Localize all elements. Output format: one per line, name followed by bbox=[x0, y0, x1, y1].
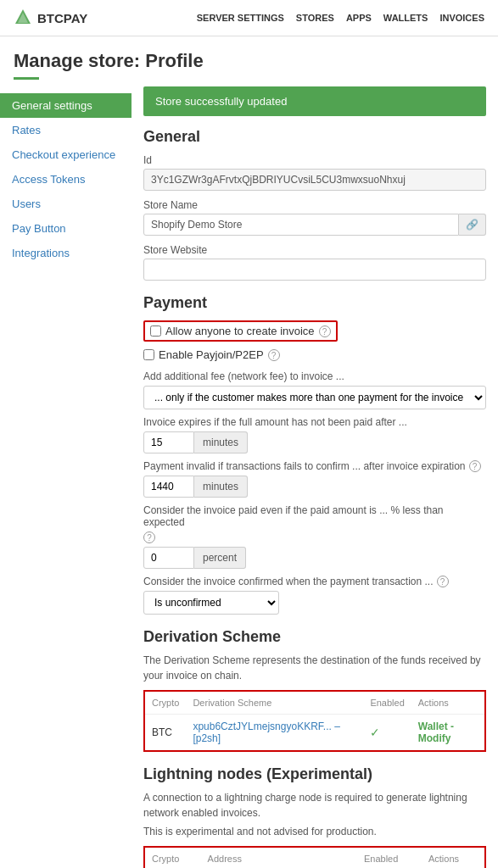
store-name-input[interactable] bbox=[143, 214, 459, 236]
derivation-action[interactable]: Wallet - Modify bbox=[411, 715, 485, 752]
consider-paid-label: Consider the invoice paid even if the pa… bbox=[143, 504, 486, 543]
store-website-label: Store Website bbox=[143, 244, 486, 256]
allow-anyone-label: Allow anyone to create invoice bbox=[165, 325, 315, 337]
lightning-col-enabled: Enabled bbox=[357, 847, 422, 868]
invoice-expires-input[interactable] bbox=[143, 431, 194, 453]
layout: General settings Rates Checkout experien… bbox=[0, 86, 498, 868]
lightning-col-actions: Actions bbox=[422, 847, 485, 868]
consider-confirmed-group: Consider the invoice confirmed when the … bbox=[143, 576, 486, 615]
payment-invalid-group: Payment invalid if transactions fails to… bbox=[143, 460, 486, 498]
derivation-description: The Derivation Scheme represents the des… bbox=[143, 653, 486, 683]
allow-anyone-row: Allow anyone to create invoice ? bbox=[143, 320, 338, 342]
derivation-section: Derivation Scheme The Derivation Scheme … bbox=[143, 628, 486, 752]
allow-anyone-help-icon[interactable]: ? bbox=[319, 326, 331, 337]
lightning-table: Crypto Address Enabled Actions BTC http:… bbox=[143, 846, 486, 868]
payment-invalid-unit: minutes bbox=[194, 476, 248, 498]
main-nav: SERVER SETTINGS STORES APPS WALLETS INVO… bbox=[197, 13, 484, 23]
payjoin-row: Enable Payjoin/P2EP ? bbox=[143, 348, 486, 361]
sidebar-item-tokens[interactable]: Access Tokens bbox=[0, 167, 131, 192]
store-website-input[interactable] bbox=[143, 259, 486, 281]
store-name-icon: 🔗 bbox=[459, 214, 486, 236]
sidebar-item-checkout[interactable]: Checkout experience bbox=[0, 142, 131, 167]
invoice-expires-unit: minutes bbox=[194, 431, 248, 453]
consider-paid-input[interactable] bbox=[143, 547, 194, 569]
derivation-col-actions: Actions bbox=[411, 691, 485, 715]
nav-server-settings[interactable]: SERVER SETTINGS bbox=[197, 13, 284, 23]
invoice-expires-group: Invoice expires if the full amount has n… bbox=[143, 416, 486, 453]
general-section: General Id Store Name 🔗 Store Website bbox=[143, 128, 486, 281]
derivation-col-scheme: Derivation Scheme bbox=[186, 691, 363, 715]
add-fee-group: Add additional fee (network fee) to invo… bbox=[143, 370, 486, 409]
lightning-section: Lightning nodes (Experimental) A connect… bbox=[143, 765, 486, 868]
sidebar: General settings Rates Checkout experien… bbox=[0, 86, 131, 272]
store-name-group: Store Name 🔗 bbox=[143, 199, 486, 236]
logo-text: BTCPAY bbox=[37, 11, 87, 25]
page-title-area: Manage store: Profile bbox=[0, 36, 498, 86]
consider-paid-unit: percent bbox=[194, 547, 246, 569]
nav-stores[interactable]: STORES bbox=[296, 13, 334, 23]
add-fee-label: Add additional fee (network fee) to invo… bbox=[143, 370, 344, 382]
payjoin-help-icon[interactable]: ? bbox=[268, 349, 280, 361]
payment-invalid-input[interactable] bbox=[143, 476, 194, 498]
id-label: Id bbox=[143, 154, 486, 166]
logo: BTCPAY bbox=[14, 8, 87, 27]
nav-wallets[interactable]: WALLETS bbox=[383, 13, 428, 23]
store-website-group: Store Website bbox=[143, 244, 486, 281]
derivation-section-title: Derivation Scheme bbox=[143, 628, 486, 646]
derivation-col-enabled: Enabled bbox=[363, 691, 411, 715]
consider-confirmed-help-icon[interactable]: ? bbox=[437, 576, 449, 587]
lightning-description2: This is experimental and not advised for… bbox=[143, 824, 486, 839]
nav-invoices[interactable]: INVOICES bbox=[439, 13, 484, 23]
lightning-col-address: Address bbox=[201, 847, 357, 868]
derivation-scheme-link[interactable]: xpub6CztJYLmejsngyoKKRF... –[p2sh] bbox=[186, 715, 363, 752]
lightning-col-crypto: Crypto bbox=[144, 847, 201, 868]
payment-section: Payment Allow anyone to create invoice ?… bbox=[143, 294, 486, 615]
consider-confirmed-select[interactable]: Is unconfirmed bbox=[143, 591, 279, 615]
derivation-col-crypto: Crypto bbox=[144, 691, 186, 715]
derivation-crypto: BTC bbox=[144, 715, 186, 752]
allow-anyone-checkbox[interactable] bbox=[150, 326, 161, 337]
invoice-expires-label: Invoice expires if the full amount has n… bbox=[143, 416, 486, 428]
btcpay-logo-icon bbox=[14, 8, 32, 27]
page-title: Manage store: Profile bbox=[14, 50, 484, 72]
store-name-label: Store Name bbox=[143, 199, 486, 211]
payjoin-label: Enable Payjoin/P2EP bbox=[159, 348, 264, 361]
sidebar-item-rates[interactable]: Rates bbox=[0, 118, 131, 142]
sidebar-item-paybutton[interactable]: Pay Button bbox=[0, 216, 131, 241]
id-input bbox=[143, 169, 486, 191]
payment-section-title: Payment bbox=[143, 294, 486, 312]
success-banner: Store successfully updated bbox=[143, 86, 486, 116]
title-underline bbox=[14, 77, 39, 80]
add-fee-select[interactable]: ... only if the customer makes more than… bbox=[143, 386, 486, 409]
lightning-description1: A connection to a lightning charge node … bbox=[143, 790, 486, 821]
payment-invalid-help-icon[interactable]: ? bbox=[469, 460, 481, 472]
derivation-enabled: ✓ bbox=[363, 715, 411, 752]
id-group: Id bbox=[143, 154, 486, 191]
table-row: BTC xpub6CztJYLmejsngyoKKRF... –[p2sh] ✓… bbox=[144, 715, 485, 752]
lightning-section-title: Lightning nodes (Experimental) bbox=[143, 765, 486, 783]
payment-invalid-label: Payment invalid if transactions fails to… bbox=[143, 460, 486, 472]
nav-apps[interactable]: APPS bbox=[346, 13, 372, 23]
derivation-table: Crypto Derivation Scheme Enabled Actions… bbox=[143, 690, 486, 752]
consider-paid-group: Consider the invoice paid even if the pa… bbox=[143, 504, 486, 569]
sidebar-item-general[interactable]: General settings bbox=[0, 93, 131, 118]
general-section-title: General bbox=[143, 128, 486, 146]
main-content: Store successfully updated General Id St… bbox=[131, 86, 498, 868]
payjoin-checkbox[interactable] bbox=[143, 349, 154, 360]
sidebar-item-users[interactable]: Users bbox=[0, 192, 131, 216]
consider-confirmed-label: Consider the invoice confirmed when the … bbox=[143, 576, 486, 587]
header: BTCPAY SERVER SETTINGS STORES APPS WALLE… bbox=[0, 0, 498, 36]
sidebar-item-integrations[interactable]: Integrations bbox=[0, 241, 131, 265]
consider-paid-help-icon[interactable]: ? bbox=[143, 531, 155, 543]
